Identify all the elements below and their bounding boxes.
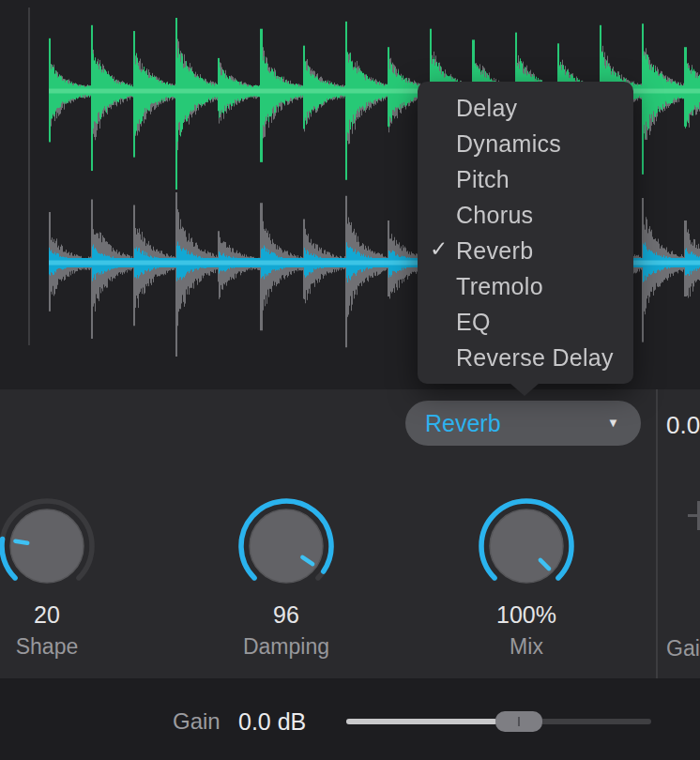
knob-label-mix: Mix bbox=[470, 632, 583, 661]
output-gain-value: 0.0 bbox=[666, 410, 700, 440]
knob-shape[interactable] bbox=[0, 490, 103, 602]
gain-slider[interactable] bbox=[346, 711, 651, 732]
knob-mix[interactable] bbox=[470, 490, 583, 602]
menu-item-reverse-delay[interactable]: Reverse Delay bbox=[418, 340, 633, 375]
menu-item-label: Pitch bbox=[456, 166, 510, 193]
playhead-line bbox=[28, 8, 30, 345]
knob-damping[interactable] bbox=[230, 490, 342, 602]
checkmark-icon: ✓ bbox=[430, 236, 449, 262]
knob-group-shape: 20Shape bbox=[0, 389, 103, 678]
menu-item-pitch[interactable]: Pitch bbox=[418, 161, 633, 197]
knob-value-mix: 100% bbox=[470, 600, 583, 629]
menu-item-chorus[interactable]: Chorus bbox=[418, 197, 633, 233]
knob-label-damping: Damping bbox=[230, 632, 342, 661]
menu-item-label: Reverb bbox=[456, 237, 533, 265]
menu-item-label: EQ bbox=[456, 309, 491, 336]
gain-slider-fill bbox=[346, 719, 497, 724]
knob-value-damping: 96 bbox=[230, 600, 342, 629]
menu-item-label: Chorus bbox=[456, 202, 533, 229]
menu-item-tremolo[interactable]: Tremolo bbox=[418, 268, 633, 304]
menu-item-delay[interactable]: Delay bbox=[418, 90, 633, 126]
effects-dropdown-menu: DelayDynamicsPitchChorus✓ReverbTremoloEQ… bbox=[418, 82, 633, 384]
audio-effect-editor: DelayDynamicsPitchChorus✓ReverbTremoloEQ… bbox=[0, 0, 700, 760]
menu-item-reverb[interactable]: ✓Reverb bbox=[418, 233, 633, 268]
menu-item-label: Dynamics bbox=[456, 130, 561, 158]
knob-group-damping: 96Damping bbox=[230, 389, 342, 678]
menu-item-label: Delay bbox=[456, 95, 517, 122]
gain-slider-handle[interactable] bbox=[495, 711, 542, 732]
menu-tail-pointer bbox=[510, 383, 540, 396]
gain-value: 0.0 dB bbox=[238, 707, 306, 737]
effect-control-panel: Reverb ▼ 20Shape96Damping100%Mix 0.0 Gai… bbox=[0, 389, 700, 678]
triangle-down-icon: ▼ bbox=[607, 401, 619, 446]
knob-group-mix: 100%Mix bbox=[470, 389, 583, 678]
gain-label: Gain bbox=[173, 707, 221, 736]
menu-item-label: Reverse Delay bbox=[456, 344, 614, 372]
menu-item-eq[interactable]: EQ bbox=[418, 304, 633, 340]
menu-item-dynamics[interactable]: Dynamics bbox=[418, 126, 633, 161]
menu-item-label: Tremolo bbox=[456, 273, 543, 300]
knob-value-shape: 20 bbox=[0, 600, 103, 629]
gain-slider-handle-notch bbox=[518, 717, 520, 726]
knob-label-shape: Shape bbox=[0, 632, 103, 661]
panel-divider bbox=[656, 389, 658, 678]
gain-bar: Gain 0.0 dB bbox=[0, 678, 700, 760]
output-gain-label: Gain bbox=[666, 634, 700, 662]
effects-menu-list: DelayDynamicsPitchChorus✓ReverbTremoloEQ… bbox=[418, 90, 633, 375]
